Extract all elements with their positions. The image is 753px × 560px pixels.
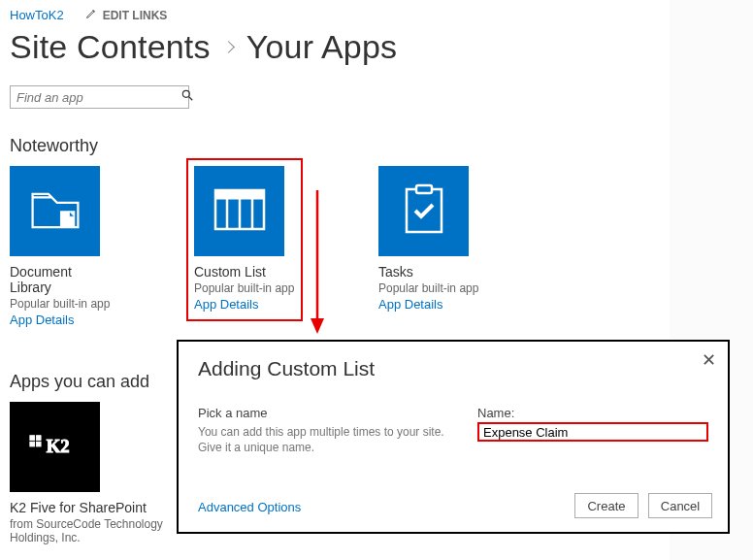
clipboard-check-icon <box>403 183 445 240</box>
svg-rect-10 <box>416 185 432 193</box>
svg-rect-5 <box>215 190 264 199</box>
pick-a-name-description: You can add this app multiple times to y… <box>198 424 448 455</box>
edit-links-label: EDIT LINKS <box>103 9 168 22</box>
tile-subtitle: Popular built-in app <box>10 297 116 311</box>
close-icon[interactable]: ✕ <box>702 351 716 369</box>
tile-doc-lib-box[interactable] <box>10 166 100 256</box>
breadcrumb-site-contents[interactable]: Site Contents <box>10 28 211 66</box>
svg-line-1 <box>189 97 193 101</box>
tile-subtitle: Popular built-in app <box>378 281 485 295</box>
svg-rect-9 <box>407 189 442 232</box>
k2-logo-icon: K2 <box>28 431 82 464</box>
cancel-button[interactable]: Cancel <box>648 493 712 518</box>
tile-k2-box[interactable]: K2 <box>10 402 100 492</box>
site-link[interactable]: HowToK2 <box>10 8 64 22</box>
search-input[interactable] <box>16 90 180 105</box>
app-details-link[interactable]: App Details <box>194 297 301 312</box>
dialog-title: Adding Custom List <box>198 357 708 380</box>
breadcrumb: Site Contents Your Apps <box>10 28 743 66</box>
name-field-label: Name: <box>477 406 708 420</box>
tile-subtitle: from SourceCode Technology Holdings, Inc… <box>10 517 165 544</box>
tile-title: Tasks <box>378 264 485 280</box>
search-icon[interactable] <box>180 88 194 106</box>
topnav: HowToK2 EDIT LINKS <box>10 8 743 22</box>
pencil-icon <box>85 8 97 22</box>
chevron-right-icon <box>222 41 235 53</box>
svg-rect-13 <box>29 442 34 446</box>
edit-links-button[interactable]: EDIT LINKS <box>85 8 168 22</box>
app-details-link[interactable]: App Details <box>378 297 485 312</box>
noteworthy-heading: Noteworthy <box>10 136 743 156</box>
tile-title: Custom List <box>194 264 301 280</box>
add-custom-list-dialog: Adding Custom List ✕ Pick a name You can… <box>177 340 730 534</box>
pick-a-name-label: Pick a name <box>198 406 448 420</box>
create-button[interactable]: Create <box>574 493 638 518</box>
svg-rect-11 <box>29 435 34 440</box>
tile-title: K2 Five for SharePoint <box>10 500 165 515</box>
tile-document-library: Document Library Popular built-in app Ap… <box>10 166 116 327</box>
tile-tasks-box[interactable] <box>378 166 469 256</box>
svg-rect-2 <box>60 211 74 226</box>
svg-text:K2: K2 <box>46 435 69 455</box>
svg-rect-14 <box>36 442 41 446</box>
tile-custom-list-box[interactable] <box>194 166 284 256</box>
tile-subtitle: Popular built-in app <box>194 281 301 295</box>
tile-title: Document Library <box>10 264 116 295</box>
folder-icon <box>29 185 82 238</box>
tile-tasks: Tasks Popular built-in app App Details <box>378 166 485 327</box>
list-icon <box>213 188 266 235</box>
name-input[interactable] <box>477 422 708 442</box>
noteworthy-tiles: Document Library Popular built-in app Ap… <box>10 166 743 327</box>
breadcrumb-your-apps: Your Apps <box>246 28 398 66</box>
app-details-link[interactable]: App Details <box>10 313 116 327</box>
search-box[interactable] <box>10 85 189 109</box>
tile-custom-list: Custom List Popular built-in app App Det… <box>194 166 301 327</box>
svg-point-0 <box>182 90 189 97</box>
advanced-options-link[interactable]: Advanced Options <box>198 500 301 514</box>
svg-rect-12 <box>36 435 41 440</box>
